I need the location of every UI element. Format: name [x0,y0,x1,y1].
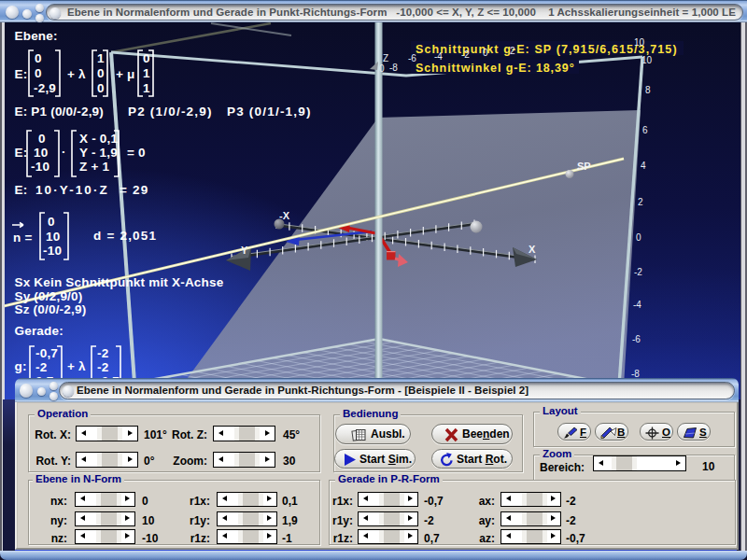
svg-text:g:: g: [15,359,27,373]
svg-text:E: P1 (0/0/-2,9): E: P1 (0/0/-2,9) [15,105,105,119]
svg-text:Schnittwinkel g-E: 18,39°: Schnittwinkel g-E: 18,39° [416,62,575,75]
svg-text:·: · [62,145,66,159]
svg-text:0: 0 [143,51,150,65]
svg-text:-10: -10 [43,244,62,258]
svg-text:10: 10 [641,55,653,65]
svg-text:SP: SP [577,161,591,172]
svg-text:Y - 1,9: Y - 1,9 [79,146,118,160]
svg-text:6: 6 [642,125,648,135]
svg-text:Sz (0/0/-2,9): Sz (0/0/-2,9) [15,302,87,316]
svg-text:10: 10 [46,230,60,244]
svg-text:+ λ: + λ [67,67,86,81]
svg-text:Gerade:: Gerade: [15,324,63,338]
svg-text:Z + 1: Z + 1 [79,160,109,174]
svg-text:-6: -6 [632,334,641,344]
svg-text:n =: n = [13,231,32,245]
svg-text:P2 (1/0/-2,9): P2 (1/0/-2,9) [128,105,213,119]
svg-text:0: 0 [48,215,55,229]
svg-text:0: 0 [35,51,42,65]
svg-text:0: 0 [35,66,42,80]
svg-text:10·Y-10·Z: 10·Y-10·Z [35,183,109,197]
svg-text:0: 0 [97,66,105,80]
svg-text:-2,9: -2,9 [34,81,56,95]
svg-text:2: 2 [638,197,643,207]
svg-text:E:: E: [15,67,28,81]
svg-text:X: X [529,244,536,255]
svg-text:+ μ: + μ [116,67,135,81]
svg-text:0: 0 [97,81,105,95]
svg-text:X - 0,1: X - 0,1 [79,132,118,146]
svg-text:-4: -4 [434,51,443,62]
svg-text:Y: Y [241,245,248,256]
svg-text:Ebene:: Ebene: [15,29,58,43]
svg-text:0: 0 [38,132,46,146]
svg-text:= 29: = 29 [120,183,148,197]
svg-text:-4: -4 [633,300,641,310]
svg-text:Sx Kein Schnittpunkt mit X-Ach: Sx Kein Schnittpunkt mit X-Achse [15,275,224,289]
svg-text:0: 0 [379,63,385,74]
svg-text:-10: -10 [31,160,49,174]
svg-text:-2: -2 [97,360,108,374]
svg-text:-2: -2 [97,346,108,360]
svg-text:10: 10 [634,37,645,48]
svg-text:4: 4 [641,161,646,171]
svg-text:10: 10 [34,146,48,160]
svg-text:-2: -2 [634,267,642,277]
svg-text:2: 2 [510,46,515,56]
svg-text:0: 0 [483,48,488,58]
svg-text:1: 1 [143,66,150,80]
svg-text:d = 2,051: d = 2,051 [93,229,157,243]
svg-text:1: 1 [97,51,105,65]
svg-text:= 0: = 0 [127,146,146,160]
svg-text:-0,7: -0,7 [35,346,58,360]
svg-text:-8: -8 [389,63,398,73]
svg-text:+ λ: + λ [67,359,86,373]
svg-text:E:: E: [15,146,28,160]
svg-text:-6: -6 [408,53,416,63]
svg-text:0: 0 [636,232,641,243]
svg-text:-2: -2 [35,360,47,374]
svg-text:P3 (0/1/-1,9): P3 (0/1/-1,9) [227,105,312,119]
svg-text:Z: Z [383,53,388,63]
svg-text:Sy (0/2,9/0): Sy (0/2,9/0) [15,289,83,303]
svg-text:8: 8 [645,85,651,95]
svg-text:-X: -X [279,210,290,221]
svg-text:E:: E: [15,183,28,197]
svg-text:-2: -2 [461,49,470,60]
svg-text:1: 1 [143,81,150,95]
